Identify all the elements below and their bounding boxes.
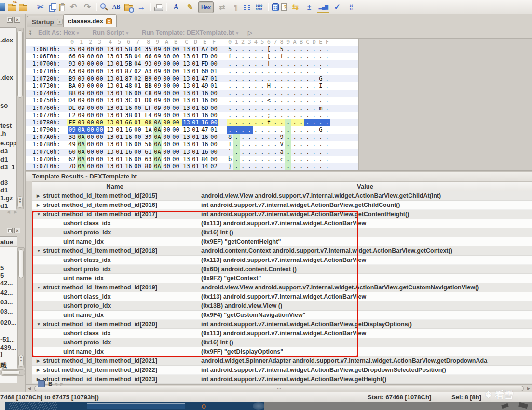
hex-byte[interactable]: 16 — [124, 156, 133, 163]
values-panel-header[interactable]: alue — [0, 237, 17, 247]
hex-byte[interactable]: 09 — [68, 126, 77, 134]
ascii-char[interactable]: . — [246, 141, 252, 148]
hex-byte[interactable]: 16 — [200, 97, 209, 104]
hex-byte[interactable]: 01 — [191, 134, 200, 141]
hex-byte[interactable]: 13 — [106, 119, 115, 126]
hex-byte[interactable]: 13 — [106, 149, 115, 156]
hex-byte[interactable]: 00 — [171, 60, 180, 68]
hex-byte[interactable]: 09 — [77, 75, 86, 82]
hex-byte[interactable]: 14 — [200, 163, 209, 170]
hex-byte[interactable]: 00 — [171, 97, 180, 104]
hex-byte[interactable]: 08 — [144, 119, 153, 126]
panel-float-icon[interactable] — [7, 17, 13, 23]
ascii-char[interactable]: . — [298, 53, 304, 60]
scroll-right-icon[interactable]: ▶ — [525, 386, 532, 391]
ascii-char[interactable]: . — [298, 141, 304, 148]
hex-byte[interactable]: 00 — [86, 163, 95, 170]
template-row[interactable]: uint name_idx(0x9EF) "getContentHeight" — [32, 237, 532, 246]
ascii-char[interactable]: . — [317, 112, 324, 119]
hex-byte[interactable]: 01 — [191, 46, 200, 53]
template-row[interactable]: ▶struct method_id_item method_id[2015]an… — [32, 191, 532, 201]
hex-address[interactable]: 1:06F0h: — [32, 53, 62, 60]
ascii-char[interactable]: . — [266, 134, 272, 141]
ascii-char[interactable]: . — [253, 75, 259, 82]
copy-icon[interactable] — [51, 3, 56, 10]
hex-byte[interactable]: BB — [68, 90, 77, 97]
ascii-char[interactable]: . — [272, 53, 278, 60]
hex-byte[interactable]: 16 — [124, 141, 133, 148]
hex-byte[interactable]: 0A — [153, 126, 162, 134]
ascii-char[interactable]: . — [311, 156, 317, 163]
ascii-char[interactable]: . — [259, 53, 265, 60]
hex-byte[interactable]: 16 — [124, 90, 133, 97]
calculator-icon[interactable] — [272, 3, 279, 11]
value-list-item[interactable]: 42... — [0, 289, 13, 296]
ascii-char[interactable]: . — [285, 97, 291, 104]
ascii-char[interactable]: . — [304, 105, 311, 112]
ascii-char[interactable]: . — [253, 105, 259, 112]
ascii-char[interactable]: . — [304, 156, 311, 163]
hex-byte[interactable]: 00 — [209, 149, 218, 156]
ascii-char[interactable]: . — [253, 149, 259, 156]
hex-byte[interactable]: 01 — [209, 68, 218, 75]
hex-byte[interactable]: 00 — [209, 112, 218, 119]
sidebar-file-item[interactable]: .dex — [0, 37, 13, 44]
hex-byte[interactable]: 13 — [182, 119, 191, 126]
ascii-char[interactable]: . — [227, 112, 233, 119]
hex-byte[interactable]: 13 — [106, 156, 115, 163]
ascii-char[interactable]: . — [240, 60, 246, 68]
template-row[interactable]: ▶struct method_id_item method_id[2016]in… — [32, 201, 532, 210]
scroll-down-icon[interactable]: ▼ — [18, 200, 22, 204]
binary-view-icon[interactable]: 0100 0001 — [253, 1, 265, 13]
hex-byte[interactable]: 00 — [209, 119, 218, 126]
hex-byte[interactable]: 09 — [153, 53, 162, 60]
ascii-char[interactable]: . — [291, 105, 298, 112]
hex-mode-button[interactable]: Hex — [198, 1, 214, 13]
ascii-char[interactable]: . — [266, 149, 272, 156]
scroll-down-icon[interactable]: ▼ — [19, 359, 23, 362]
ascii-char[interactable]: 8 — [227, 134, 233, 141]
ascii-char[interactable]: . — [304, 68, 311, 75]
hex-byte[interactable]: 16 — [200, 149, 209, 156]
hex-byte[interactable]: 00 — [171, 119, 180, 126]
hex-byte[interactable]: 00 — [171, 46, 180, 53]
hex-byte[interactable]: 02 — [133, 68, 142, 75]
hex-byte[interactable]: 00 — [162, 90, 171, 97]
hex-byte[interactable]: C8 — [144, 90, 153, 97]
replace-icon[interactable]: AB — [110, 1, 122, 13]
hex-byte[interactable]: 0A — [153, 134, 162, 141]
ascii-char[interactable]: . — [311, 53, 317, 60]
ascii-char[interactable]: . — [240, 119, 246, 126]
ascii-char[interactable]: 5 — [279, 46, 285, 53]
ascii-char[interactable]: . — [291, 82, 298, 90]
hex-byte[interactable]: 7D — [68, 163, 77, 170]
hex-byte[interactable]: 09 — [77, 60, 86, 68]
hex-byte[interactable]: 01 — [115, 90, 124, 97]
hex-address[interactable]: 1:0750h: — [32, 97, 62, 104]
hex-byte[interactable]: 01 — [115, 134, 124, 141]
ascii-char[interactable]: . — [233, 97, 239, 104]
run-template-menu[interactable]: Run Template: DEXTemplate.bt▾ — [142, 29, 238, 36]
ascii-char[interactable]: . — [298, 134, 304, 141]
ascii-char[interactable]: . — [311, 90, 317, 97]
hex-byte[interactable]: 01 — [191, 53, 200, 60]
ascii-char[interactable]: . — [279, 105, 285, 112]
ascii-char[interactable]: . — [259, 126, 265, 134]
file-list-scrollbar[interactable]: ▲ ▼ — [16, 28, 24, 209]
hex-byte[interactable]: 63 — [144, 156, 153, 163]
ascii-char[interactable]: . — [298, 46, 304, 53]
hex-byte[interactable]: FD — [200, 60, 209, 68]
template-row[interactable]: uint name_idx(0x9F2) "getContext" — [32, 274, 532, 283]
ascii-char[interactable]: . — [304, 75, 311, 82]
hex-byte[interactable]: 00 — [162, 149, 171, 156]
ascii-char[interactable]: . — [253, 156, 259, 163]
hex-byte[interactable]: 13 — [182, 112, 191, 119]
ascii-char[interactable]: . — [285, 53, 291, 60]
ascii-char[interactable]: . — [304, 97, 311, 104]
ascii-char[interactable]: } — [227, 163, 233, 170]
ascii-char[interactable]: . — [291, 53, 298, 60]
hex-byte[interactable]: 13 — [182, 134, 191, 141]
ascii-char[interactable]: . — [246, 60, 252, 68]
ascii-char[interactable]: . — [266, 163, 272, 170]
hex-byte[interactable]: 00 — [209, 141, 218, 148]
